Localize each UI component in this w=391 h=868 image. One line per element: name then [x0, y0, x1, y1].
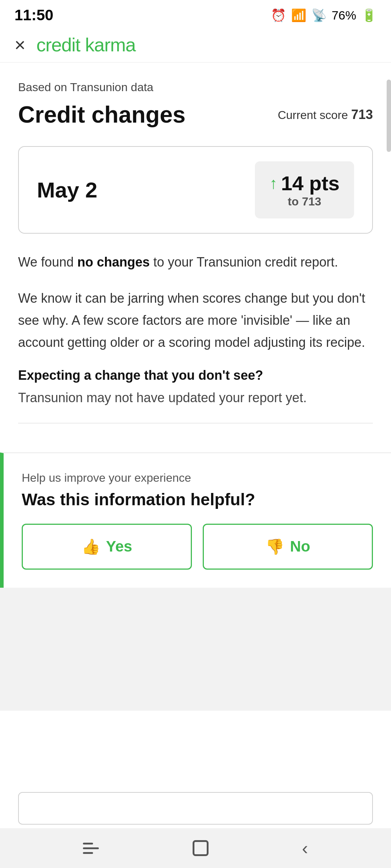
scroll-indicator [387, 80, 391, 152]
score-card: May 2 ↑ 14 pts to 713 [18, 146, 373, 234]
page-header: Credit changes Current score 713 [18, 101, 373, 128]
back-button[interactable]: ‹ [302, 838, 308, 859]
feedback-section: Help us improve your experience Was this… [0, 452, 391, 588]
thumbs-down-icon: 👎 [265, 538, 284, 556]
no-changes-paragraph: We found no changes to your Transunion c… [18, 252, 373, 273]
signal-icon: 📡 [311, 8, 327, 22]
recents-button[interactable] [83, 843, 99, 854]
yes-button[interactable]: 👍 Yes [22, 524, 192, 570]
recents-icon [83, 843, 99, 854]
data-source-label: Based on Transunion data [18, 81, 373, 94]
status-time: 11:50 [14, 7, 53, 24]
expecting-title: Expecting a change that you don't see? [18, 368, 373, 383]
android-nav-bar: ‹ [0, 828, 391, 868]
wifi-icon: 📶 [291, 8, 306, 22]
score-date: May 2 [37, 178, 97, 203]
home-icon [193, 840, 209, 856]
page-title: Credit changes [18, 101, 185, 128]
description-section: We found no changes to your Transunion c… [18, 252, 373, 424]
alarm-icon: ⏰ [271, 8, 286, 22]
top-nav: × credit karma [0, 27, 391, 63]
thumbs-up-icon: 👍 [81, 538, 100, 556]
score-change-value: ↑ 14 pts [269, 171, 340, 195]
yes-label: Yes [106, 538, 132, 555]
home-button[interactable] [193, 840, 209, 856]
feedback-buttons: 👍 Yes 👎 No [22, 524, 373, 570]
no-button[interactable]: 👎 No [203, 524, 373, 570]
battery-icon: 🔋 [361, 8, 377, 22]
status-icons: ⏰ 📶 📡 76% 🔋 [271, 8, 377, 22]
no-label: No [290, 538, 310, 555]
battery-indicator: 76% [332, 8, 356, 22]
score-change-to: to 713 [269, 195, 340, 208]
bottom-input-area [18, 792, 373, 825]
feedback-prompt: Help us improve your experience [22, 471, 373, 485]
feedback-question: Was this information helpful? [22, 490, 373, 509]
bottom-input-box[interactable] [18, 792, 373, 825]
current-score-display: Current score 713 [278, 107, 373, 122]
status-bar: 11:50 ⏰ 📶 📡 76% 🔋 [0, 0, 391, 27]
explanation-paragraph: We know it can be jarring when scores ch… [18, 287, 373, 354]
arrow-up-icon: ↑ [269, 174, 277, 192]
score-change-box: ↑ 14 pts to 713 [255, 161, 354, 218]
close-button[interactable]: × [14, 35, 25, 54]
expecting-text: Transunion may not have updated your rep… [18, 387, 373, 408]
brand-logo: credit karma [36, 34, 135, 56]
back-icon: ‹ [302, 838, 308, 859]
main-content: Based on Transunion data Credit changes … [0, 63, 391, 452]
bottom-area [0, 588, 391, 711]
